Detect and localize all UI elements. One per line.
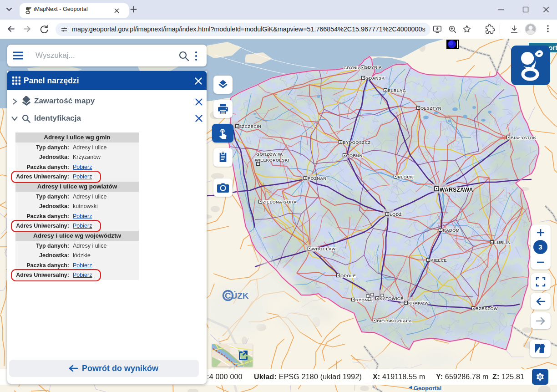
svg-text:PŁOCK: PŁOCK <box>398 174 413 179</box>
svg-text:GDYNIA: GDYNIA <box>365 65 382 70</box>
svg-text:ĆÚZK: ĆÚZK <box>225 291 249 300</box>
svg-text:LUBLIN: LUBLIN <box>494 240 511 245</box>
svg-text:TORUŃ: TORUŃ <box>347 153 363 158</box>
svg-text:BIAŁYSTOK: BIAŁYSTOK <box>511 135 537 140</box>
svg-text:GDYNIA: GDYNIA <box>344 65 361 70</box>
svg-text:Geoportal: Geoportal <box>414 385 441 392</box>
svg-text:KRAKÓW: KRAKÓW <box>408 300 429 305</box>
svg-text:WROCŁAW: WROCŁAW <box>312 246 336 251</box>
svg-text:OPOLE: OPOLE <box>340 273 356 278</box>
svg-text:GDAŃSK: GDAŃSK <box>365 76 385 81</box>
svg-text:OLSZTYN: OLSZTYN <box>420 106 441 111</box>
svg-text:KIELCE: KIELCE <box>430 258 447 263</box>
svg-text:RZESZÓW: RZESZÓW <box>476 306 498 311</box>
svg-text:POZNAŃ: POZNAŃ <box>308 176 326 181</box>
svg-text:ZIELONA GÓRA: ZIELONA GÓRA <box>263 199 297 204</box>
svg-text:ELBLĄG: ELBLĄG <box>388 88 406 93</box>
svg-text:SZCZECIN: SZCZECIN <box>239 124 261 129</box>
svg-text:GORZÓW W.: GORZÓW W. <box>256 152 283 157</box>
svg-text:WARSZAWA: WARSZAWA <box>440 187 473 193</box>
svg-text:RADOM: RADOM <box>443 228 460 233</box>
svg-text:BYDGOSZCZ: BYDGOSZCZ <box>343 140 370 145</box>
svg-text:ŁÓDŹ: ŁÓDŹ <box>390 212 402 217</box>
svg-text:WIELKOPOLSKI: WIELKOPOLSKI <box>255 158 289 163</box>
svg-text:BIELSKO-BIAŁA: BIELSKO-BIAŁA <box>377 318 412 323</box>
